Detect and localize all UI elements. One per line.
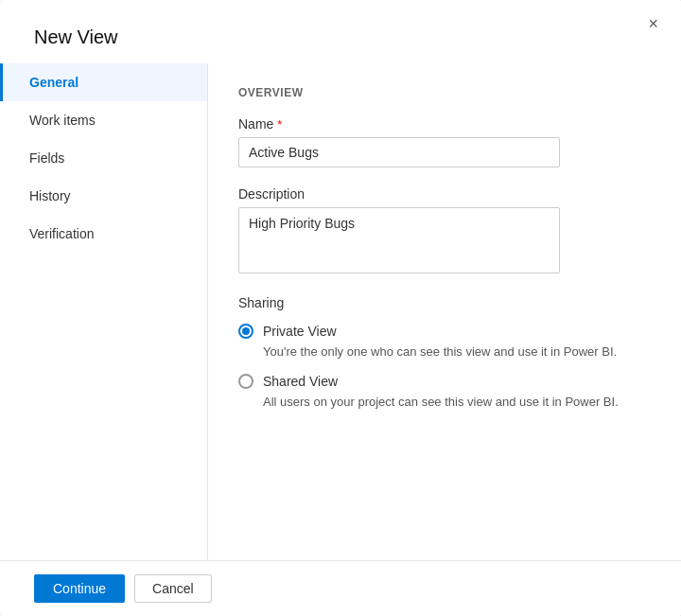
shared-view-radio-group: Shared View All users on your project ca… — [238, 374, 643, 409]
name-input[interactable] — [238, 137, 560, 167]
sharing-section: Sharing Private View You're the only one… — [238, 295, 643, 409]
description-label: Description — [238, 186, 643, 202]
dialog-body: General Work items Fields History Verifi… — [0, 63, 681, 560]
private-view-option[interactable]: Private View — [238, 324, 643, 339]
name-field-group: Name * — [238, 116, 643, 167]
private-view-radio-group: Private View You're the only one who can… — [238, 324, 643, 359]
shared-view-radio[interactable] — [238, 374, 253, 389]
sidebar-item-history[interactable]: History — [0, 177, 207, 215]
sidebar-item-fields[interactable]: Fields — [0, 139, 207, 177]
dialog-title: New View — [0, 0, 681, 63]
sharing-title: Sharing — [238, 295, 643, 310]
sidebar-item-verification[interactable]: Verification — [0, 215, 207, 253]
continue-button[interactable]: Continue — [34, 574, 125, 603]
sidebar-item-work-items[interactable]: Work items — [0, 101, 207, 139]
required-star: * — [277, 117, 282, 132]
private-view-label: Private View — [263, 324, 337, 339]
cancel-button[interactable]: Cancel — [134, 574, 212, 603]
dialog-footer: Continue Cancel — [0, 560, 681, 616]
description-field-group: Description High Priority Bugs — [238, 186, 643, 276]
shared-view-label: Shared View — [263, 374, 338, 389]
sidebar: General Work items Fields History Verifi… — [0, 63, 208, 560]
main-content: Overview Name * Description High Priorit… — [208, 63, 681, 560]
shared-view-option[interactable]: Shared View — [238, 374, 643, 389]
new-view-dialog: × New View General Work items Fields His… — [0, 0, 681, 616]
description-input[interactable]: High Priority Bugs — [238, 207, 560, 273]
section-label: Overview — [238, 86, 643, 99]
private-view-radio[interactable] — [238, 324, 253, 339]
shared-view-description: All users on your project can see this v… — [263, 395, 643, 409]
sidebar-item-general[interactable]: General — [0, 63, 207, 101]
close-button[interactable]: × — [642, 13, 664, 34]
private-view-description: You're the only one who can see this vie… — [263, 344, 643, 359]
name-label: Name * — [238, 116, 643, 132]
